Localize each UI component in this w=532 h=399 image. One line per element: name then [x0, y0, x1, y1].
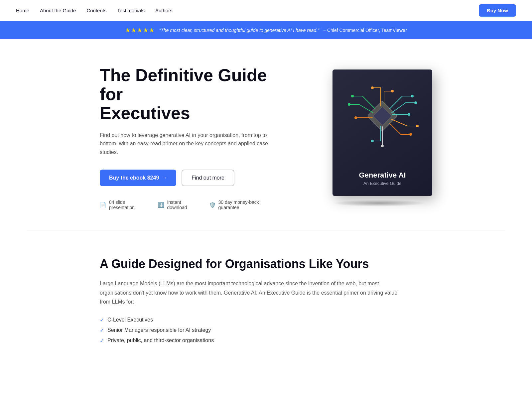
- hero-buttons: Buy the ebook $249 Find out more: [100, 170, 273, 186]
- svg-point-7: [414, 101, 417, 104]
- feature-download: ⬇️ Instant download: [158, 200, 197, 210]
- nav-authors[interactable]: Authors: [155, 8, 173, 13]
- feature-guarantee-label: 30 day money-back guarantee: [218, 200, 273, 210]
- hero-content: The Definitive Guide for Executives Find…: [100, 66, 273, 210]
- target-audience-list: ✓ C-Level Executives ✓ Senior Managers r…: [100, 317, 432, 344]
- section2-description: Large Language Models (LLMs) are the mos…: [100, 279, 399, 306]
- svg-point-24: [371, 140, 374, 142]
- svg-point-4: [411, 95, 414, 97]
- list-item: ✓ C-Level Executives: [100, 317, 432, 323]
- book-cover-wrapper: Generative AI An Executive Guide: [332, 69, 432, 206]
- feature-guarantee: 🛡️ 30 day money-back guarantee: [209, 200, 273, 210]
- svg-line-17: [359, 104, 373, 113]
- nav-links: Home About the Guide Contents Testimonia…: [16, 8, 173, 13]
- audience-item-2: Senior Managers responsible for AI strat…: [107, 327, 211, 333]
- hero-title: The Definitive Guide for Executives: [100, 66, 273, 123]
- audience-item-1: C-Level Executives: [107, 317, 153, 323]
- circuit-diagram: [342, 76, 422, 156]
- find-out-more-button[interactable]: Find out more: [182, 170, 234, 186]
- svg-point-21: [354, 116, 357, 119]
- svg-point-34: [408, 113, 410, 116]
- nav-home[interactable]: Home: [16, 8, 29, 13]
- book-cover: Generative AI An Executive Guide: [332, 69, 432, 196]
- svg-point-26: [381, 145, 384, 147]
- banner-quote: "The most clear, structured and thoughtf…: [159, 28, 319, 33]
- star-rating: ★★★★★: [125, 27, 155, 34]
- section2-title: A Guide Designed for Organisations Like …: [100, 257, 432, 271]
- feature-slides: 📄 84 slide presentation: [100, 200, 146, 210]
- list-item: ✓ Senior Managers responsible for AI str…: [100, 327, 432, 333]
- navigation: Home About the Guide Contents Testimonia…: [0, 0, 532, 21]
- nav-about[interactable]: About the Guide: [40, 8, 76, 13]
- book-title: Generative AI: [359, 171, 406, 180]
- svg-line-14: [362, 96, 375, 109]
- hero-description: Find out how to leverage generative AI i…: [100, 131, 273, 157]
- check-icon: ✓: [100, 317, 104, 323]
- feature-download-label: Instant download: [167, 200, 197, 210]
- check-icon: ✓: [100, 327, 104, 333]
- section-organisations: A Guide Designed for Organisations Like …: [66, 230, 466, 374]
- book-shadow: [332, 200, 426, 206]
- svg-line-30: [392, 119, 407, 126]
- banner-attribution: – Chief Commercial Officer, TeamViewer: [323, 28, 407, 33]
- svg-point-16: [351, 95, 354, 97]
- nav-testimonials[interactable]: Testimonials: [117, 8, 145, 13]
- svg-line-27: [390, 123, 401, 134]
- audience-item-3: Private, public, and third-sector organi…: [107, 337, 214, 343]
- hero-section: The Definitive Guide for Executives Find…: [66, 39, 466, 230]
- testimonial-banner: ★★★★★ "The most clear, structured and th…: [0, 21, 532, 39]
- nav-contents[interactable]: Contents: [86, 8, 106, 13]
- hero-features: 📄 84 slide presentation ⬇️ Instant downl…: [100, 200, 273, 210]
- slides-icon: 📄: [100, 202, 106, 208]
- list-item: ✓ Private, public, and third-sector orga…: [100, 337, 432, 344]
- svg-point-32: [416, 125, 419, 127]
- svg-point-13: [371, 86, 374, 89]
- feature-slides-label: 84 slide presentation: [109, 200, 146, 210]
- book-subtitle: An Executive Guide: [363, 181, 401, 186]
- check-icon: ✓: [100, 337, 104, 344]
- buy-now-button[interactable]: Buy Now: [479, 4, 516, 17]
- shield-icon: 🛡️: [209, 202, 216, 208]
- svg-point-10: [391, 90, 394, 92]
- buy-ebook-button[interactable]: Buy the ebook $249: [100, 170, 176, 186]
- download-icon: ⬇️: [158, 202, 165, 208]
- svg-point-29: [409, 133, 412, 136]
- svg-point-19: [348, 103, 350, 106]
